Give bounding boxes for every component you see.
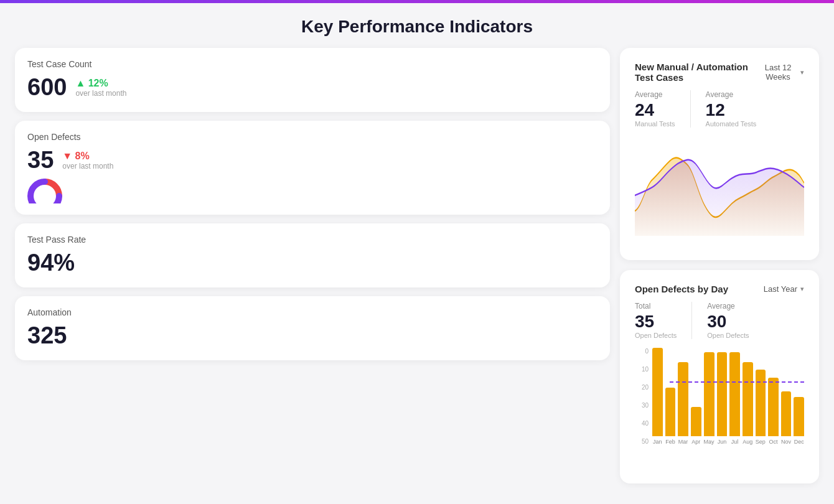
open-defects-filter-label: Last Year <box>764 284 797 294</box>
bar-may <box>704 352 715 436</box>
bar-nov <box>781 391 792 436</box>
auto-tests-stat: Average 12 Automated Tests <box>706 90 772 128</box>
bar-label-jun: Jun <box>718 439 727 445</box>
line-chart <box>635 136 804 236</box>
automation-value: 325 <box>27 322 67 349</box>
bar-col-jan: Jan <box>652 348 663 445</box>
test-cases-filter-arrow: ▾ <box>800 68 804 77</box>
open-defects-kpi-card: Open Defects 35 ▼ 8% over last month <box>15 121 610 215</box>
auto-sublabel: Automated Tests <box>706 120 757 128</box>
bar-col-nov: Nov <box>781 348 792 445</box>
test-case-count-value: 600 <box>27 74 67 101</box>
open-defects-kpi-pct: ▼ 8% <box>62 151 113 162</box>
open-defects-kpi-change: ▼ 8% over last month <box>62 151 113 170</box>
bar-label-mar: Mar <box>678 439 688 445</box>
automation-row: 325 <box>27 322 597 349</box>
auto-avg-label: Average <box>706 90 757 99</box>
avg-label: Average <box>707 302 749 310</box>
bar-col-jul: Jul <box>729 348 740 445</box>
total-value: 35 <box>635 312 677 332</box>
bar-col-apr: Apr <box>691 348 701 445</box>
bar-col-feb: Feb <box>665 348 676 445</box>
avg-value: 30 <box>707 312 749 332</box>
bar-label-jul: Jul <box>731 439 739 445</box>
test-pass-rate-row: 94% <box>27 250 597 276</box>
test-case-count-change-label: over last month <box>75 89 126 98</box>
open-defects-card: Open Defects by Day Last Year ▾ Total 35… <box>620 270 819 484</box>
bar-label-nov: Nov <box>781 439 791 445</box>
manual-avg-value: 24 <box>635 100 675 120</box>
test-pass-rate-card: Test Pass Rate 94% <box>15 223 610 287</box>
total-label: Total <box>635 302 677 310</box>
open-defects-kpi-value: 35 <box>27 147 54 174</box>
bar-label-aug: Aug <box>743 439 752 445</box>
bar-label-feb: Feb <box>665 439 675 445</box>
line-chart-svg <box>635 136 804 236</box>
auto-avg-value: 12 <box>706 100 757 120</box>
test-case-count-change: ▲ 12% over last month <box>75 78 126 98</box>
bars-wrapper: Jan Feb Mar Apr May Jun Jul Aug Sep Oct … <box>652 348 804 445</box>
open-defects-header: Open Defects by Day Last Year ▾ <box>635 284 804 294</box>
bar-chart: 50 40 30 20 10 0 Jan Feb Mar Apr May Jun… <box>635 348 804 460</box>
total-defects-stat: Total 35 Open Defects <box>635 302 692 339</box>
bar-col-mar: Mar <box>678 348 688 445</box>
test-cases-header: New Manual / Automation Test Cases Last … <box>635 62 804 83</box>
page-title: Key Performance Indicators <box>0 3 834 48</box>
average-line <box>670 381 804 383</box>
bar-label-oct: Oct <box>769 439 777 445</box>
test-case-count-pct: ▲ 12% <box>75 78 126 89</box>
test-case-count-row: 600 ▲ 12% over last month <box>27 74 597 101</box>
bar-aug <box>743 362 753 436</box>
open-defects-filter-arrow: ▾ <box>800 285 804 293</box>
donut-chart <box>27 179 62 203</box>
bar-jan <box>652 348 663 436</box>
bar-apr <box>691 407 701 436</box>
bar-jun <box>717 352 728 436</box>
open-defects-title: Open Defects by Day <box>635 284 728 294</box>
test-cases-title: New Manual / Automation Test Cases <box>635 62 759 83</box>
avg-sublabel: Open Defects <box>707 332 749 339</box>
manual-avg-label: Average <box>635 90 675 99</box>
test-cases-stats: Average 24 Manual Tests Average 12 Autom… <box>635 90 804 128</box>
bar-chart-y-axis: 50 40 30 20 10 0 <box>635 348 649 445</box>
bar-oct <box>768 378 779 436</box>
bar-col-jun: Jun <box>717 348 728 445</box>
open-defects-donut-row <box>27 179 597 203</box>
open-defects-kpi-change-label: over last month <box>62 162 113 170</box>
bar-label-apr: Apr <box>691 439 700 445</box>
bar-col-oct: Oct <box>768 348 779 445</box>
open-defects-filter-btn[interactable]: Last Year ▾ <box>764 284 804 294</box>
bar-sep <box>756 370 766 436</box>
bar-col-may: May <box>704 348 715 445</box>
bar-col-aug: Aug <box>743 348 753 445</box>
test-cases-card: New Manual / Automation Test Cases Last … <box>620 48 819 260</box>
test-pass-rate-value: 94% <box>27 250 75 276</box>
test-case-count-card: Test Case Count 600 ▲ 12% over last mont… <box>15 48 610 112</box>
open-defects-kpi-label: Open Defects <box>27 132 597 142</box>
bar-jul <box>729 352 740 436</box>
bar-label-sep: Sep <box>756 439 766 445</box>
bar-col-sep: Sep <box>756 348 766 445</box>
bar-label-may: May <box>704 439 715 445</box>
avg-defects-stat: Average 30 Open Defects <box>707 302 764 339</box>
open-defects-stats: Total 35 Open Defects Average 30 Open De… <box>635 302 804 339</box>
bar-col-dec: Dec <box>794 348 804 445</box>
right-col: Test Case Count 600 ▲ 12% over last mont… <box>15 48 610 483</box>
automation-label: Automation <box>27 307 597 317</box>
manual-sublabel: Manual Tests <box>635 120 675 128</box>
bar-dec <box>794 397 804 436</box>
test-case-count-label: Test Case Count <box>27 59 597 69</box>
bar-mar <box>678 362 688 436</box>
test-pass-rate-label: Test Pass Rate <box>27 235 597 245</box>
manual-tests-stat: Average 24 Manual Tests <box>635 90 691 128</box>
open-defects-kpi-row: 35 ▼ 8% over last month <box>27 147 597 174</box>
bar-feb <box>665 388 676 436</box>
bar-label-jan: Jan <box>653 439 662 445</box>
bar-chart-inner: Jan Feb Mar Apr May Jun Jul Aug Sep Oct … <box>652 348 804 445</box>
bar-label-dec: Dec <box>794 439 804 445</box>
total-sublabel: Open Defects <box>635 332 677 339</box>
test-cases-filter-label: Last 12 Weeks <box>759 63 797 82</box>
test-cases-filter-btn[interactable]: Last 12 Weeks ▾ <box>759 63 804 82</box>
automation-card: Automation 325 <box>15 296 610 360</box>
dashboard: New Manual / Automation Test Cases Last … <box>0 48 834 496</box>
